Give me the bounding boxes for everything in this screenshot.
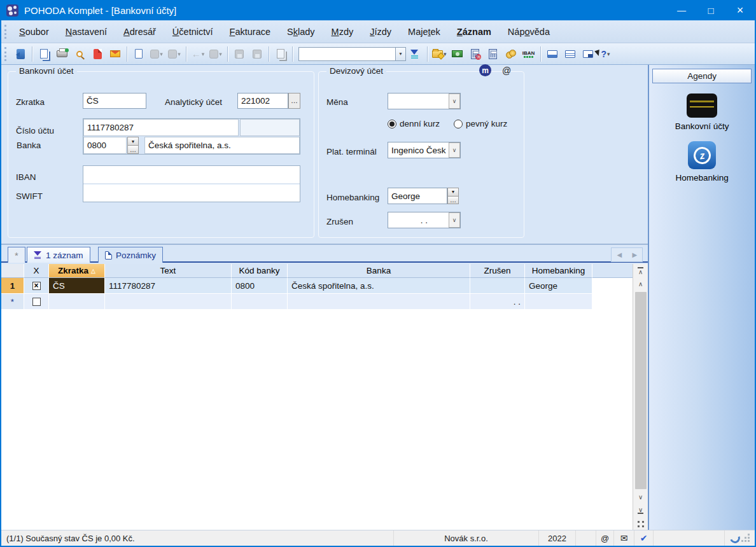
iban-button[interactable]: IBAN [521,45,537,63]
m-badge-icon[interactable]: m [479,64,491,76]
cislo-uctu-input[interactable] [83,119,239,136]
resize-grip[interactable] [743,535,750,542]
checkbox-cell[interactable]: × [24,278,49,294]
open-records-button[interactable] [36,45,52,63]
zrusen-cell[interactable] [470,278,525,294]
cislo-uctu-suffix-input[interactable] [240,119,300,136]
scrollbar-thumb[interactable] [635,292,647,489]
agendy-header[interactable]: Agendy [652,69,752,83]
checkbox-cell[interactable] [24,294,49,310]
homebanking-more-button[interactable]: … [447,197,459,205]
scroll-down-button[interactable]: ∨ [633,490,648,504]
send-email-button[interactable] [107,45,123,63]
homebanking-cell[interactable]: George [525,278,592,294]
copy-record-button[interactable] [272,45,289,63]
tab-nav-left-icon[interactable]: ◀ [617,251,622,258]
zrusen-dropdown-button[interactable]: ∨ [449,212,460,228]
zkratka-cell[interactable] [49,294,105,310]
tab-nav-right-icon[interactable]: ▶ [632,251,637,258]
banka-cell[interactable] [288,294,470,310]
header-zrusen[interactable]: Zrušen [470,264,525,278]
checkbox-checked-icon[interactable]: × [32,282,41,290]
sidebar-item-homebanking[interactable]: z Homebanking [675,141,728,183]
tax-calc-button[interactable]: % [467,45,484,63]
columns-button[interactable]: ▾ [166,45,183,63]
pevny-kurz-radio[interactable]: pevný kurz [454,119,507,128]
at-badge-icon[interactable]: @ [502,66,511,76]
sidebar-item-bankovni-ucty[interactable]: Bankovní účty [675,93,729,131]
banka-code-input[interactable] [83,137,127,154]
save-copy-button[interactable] [249,45,265,63]
analyticky-ucet-input[interactable] [237,93,288,109]
open-agenda-button[interactable]: ▾ [431,45,448,63]
zkratka-cell[interactable]: ČS [49,278,105,294]
help-button[interactable]: ?▾ [598,45,614,63]
menu-ucetnictvi[interactable]: Účetnictví [164,20,221,43]
swift-input[interactable] [83,184,300,202]
terminal-dropdown-button[interactable]: ∨ [449,142,460,158]
filter-button[interactable] [407,45,424,63]
menu-fakturace[interactable]: Fakturace [221,20,279,43]
coins-button[interactable] [503,45,519,63]
menu-nastaveni[interactable]: Nastavení [57,20,115,43]
tab-star[interactable]: * [8,247,25,263]
text-cell[interactable] [105,294,232,310]
homebanking-combo[interactable] [388,188,447,204]
banka-cell[interactable]: Česká spořitelna, a.s. [288,278,470,294]
save-button[interactable] [231,45,248,63]
cash-button[interactable] [449,45,466,63]
header-zkratka[interactable]: Zkratka△ [49,264,105,278]
header-banka[interactable]: Banka [288,264,470,278]
table-vertical-scrollbar[interactable]: ∧ ∧ ∨ ∨ [633,264,648,530]
close-button[interactable]: × [725,0,755,20]
mena-dropdown-button[interactable]: ∨ [449,93,460,109]
scroll-up-button[interactable]: ∧ [633,277,648,291]
status-check-icon[interactable]: ✔ [634,530,653,546]
scroll-first-button[interactable]: ∧ [633,264,648,277]
panel-corner-button[interactable] [580,45,596,63]
banka-dropdown-button[interactable]: ▾ [127,137,139,146]
menu-zaznam[interactable]: Záznam [449,20,500,43]
print-button[interactable] [53,45,70,63]
panel-bottom-button[interactable] [544,45,561,63]
kod-banky-cell[interactable] [232,294,288,310]
status-envelope-icon[interactable]: ✉ [613,530,634,546]
denni-kurz-radio[interactable]: denní kurz [388,119,440,128]
minimize-button[interactable]: — [667,0,696,20]
homebanking-cell[interactable] [525,294,592,310]
header-kod-banky[interactable]: Kód banky [232,264,288,278]
analyticky-more-button[interactable]: … [288,93,300,109]
scroll-last-button[interactable]: ∨ [633,504,648,517]
iban-input[interactable] [83,166,300,184]
tab-records[interactable]: 1 záznam [27,247,90,263]
print-preview-button[interactable] [71,45,88,63]
header-text[interactable]: Text [105,264,232,278]
scroll-expand-button[interactable] [633,517,648,530]
menu-soubor[interactable]: Soubor [11,20,57,43]
table-row-new[interactable]: * . . [1,294,648,310]
menubar-grip[interactable] [4,25,7,39]
undo-button[interactable]: ←▾ [190,45,206,63]
header-x[interactable]: X [24,264,49,278]
search-input[interactable] [298,47,395,61]
menu-majetek[interactable]: Majetek [400,20,449,43]
zkratka-input[interactable] [83,93,146,109]
homebanking-dropdown-button[interactable]: ▾ [447,188,459,197]
calculator-button[interactable] [485,45,501,63]
pdf-export-button[interactable] [89,45,106,63]
new-record-button[interactable] [130,45,147,63]
kod-banky-cell[interactable]: 0800 [232,278,288,294]
menu-sklady[interactable]: Sklady [279,20,323,43]
menu-mzdy[interactable]: Mzdy [323,20,362,43]
menu-napoveda[interactable]: Nápověda [500,20,558,43]
status-at-icon[interactable]: @ [596,530,613,546]
discard-button[interactable]: ▾ [207,45,224,63]
search-dropdown-button[interactable]: ▾ [395,47,406,61]
checkbox-empty-icon[interactable] [32,298,41,306]
toolbar-grip[interactable] [4,47,7,61]
zrusen-cell[interactable]: . . [470,294,525,310]
header-homebanking[interactable]: Homebanking [525,264,592,278]
text-cell[interactable]: 1117780287 [105,278,232,294]
banka-more-button[interactable]: … [127,146,139,154]
tab-notes[interactable]: Poznámky [98,247,163,263]
